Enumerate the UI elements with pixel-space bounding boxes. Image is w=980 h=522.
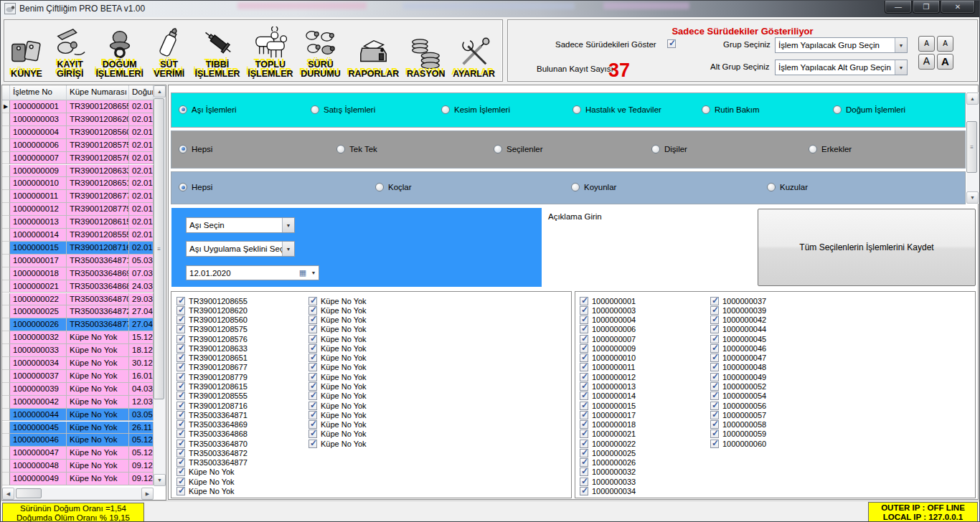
table-row[interactable]: 1000000042Küpe No Yok12.03.20 [2,396,154,409]
scroll-down-icon[interactable]: ▼ [966,191,979,204]
column-header-dogum[interactable]: Doğum T [129,85,154,100]
toolbar-button-sheep-record[interactable]: KAYIT GİRİŞİ [52,22,88,79]
table-row[interactable]: 1000000004TR3900120856002.01.20 [2,126,154,139]
tag-checkbox[interactable]: TR39001208779 [176,372,248,381]
table-row[interactable]: 1000000022TR3500336487029.03.20 [2,293,154,306]
table-row[interactable]: 1000000021TR3500336486824.03.20 [2,280,154,293]
scroll-down-icon[interactable]: ▼ [154,474,166,486]
table-row[interactable]: 1000000018TR3500336486907.03.20 [2,267,154,280]
tag-checkbox[interactable]: TR39001208677 [176,363,248,372]
table-row[interactable]: 1000000048Küpe No Yok09.12.20 [2,460,154,473]
table-scrollbar-thumb[interactable]: ≡ [154,98,164,399]
tag-checkbox[interactable]: TR39001208576 [176,334,248,343]
radio-operation-type[interactable]: Doğum İşlemleri [833,105,905,114]
tag-checkbox[interactable]: Küpe No Yok [308,381,367,391]
tag-checkbox[interactable]: Küpe No Yok [308,343,367,353]
tag-checkbox[interactable]: Küpe No Yok [308,305,367,315]
font-size-button-2[interactable]: A [937,36,953,52]
toolbar-button-herd[interactable]: SÜRÜ DURUMU [301,22,341,79]
tag-checkbox[interactable]: Küpe No Yok [308,296,367,305]
tag-checkbox[interactable]: Küpe No Yok [176,468,248,477]
tag-checkbox[interactable]: Küpe No Yok [308,430,367,439]
tag-checkbox[interactable]: Küpe No Yok [308,325,367,334]
table-row[interactable]: 1000000015TR3900120871602.01.20 [2,242,154,255]
table-row[interactable]: 1000000017TR3500336487105.03.20 [2,255,154,267]
table-row[interactable]: 1000000003TR3900120862002.01.20 [2,113,154,126]
radio-animal-class[interactable]: Koyunlar [571,183,616,191]
tag-checkbox[interactable]: Küpe No Yok [308,315,367,325]
tag-checkbox[interactable]: Küpe No Yok [308,439,367,448]
chevron-down-icon[interactable]: ▼ [282,242,294,256]
table-row[interactable]: 1000000044Küpe No Yok03.05.20 [2,409,154,422]
table-row[interactable]: 1000000025TR3500336487227.04.20 [2,305,154,318]
tag-checkbox[interactable]: TR39001208555 [176,392,248,401]
bands-scrollbar-thumb[interactable]: ≡ [966,121,977,173]
scroll-left-icon[interactable]: ◀ [2,488,14,500]
tag-checkbox[interactable]: TR35003364868 [176,430,248,439]
font-size-button-1[interactable]: A [918,36,935,52]
restore-button[interactable]: ❐ [913,1,940,14]
save-all-selected-button[interactable]: Tüm Seçilenlerin İşlemlerini Kaydet [758,209,976,286]
minimize-button[interactable]: — [885,1,912,14]
radio-animal-class[interactable]: Koçlar [375,183,412,191]
font-size-button-3[interactable]: A [918,54,935,70]
table-row[interactable]: 1000000006TR3900120857502.01.20 [2,139,154,152]
tag-checkbox[interactable]: TR39001208615 [176,381,248,391]
radio-operation-type[interactable]: Rutin Bakım [702,105,760,114]
tag-checkbox[interactable]: TR35003364871 [176,410,248,419]
bands-scrollbar[interactable]: ▲ ≡ ▼ [966,92,979,204]
close-button[interactable]: ✕ [941,1,975,14]
tag-checkbox[interactable]: TR39001208655 [176,296,248,305]
id-checkbox[interactable]: 1000000060 [710,439,766,448]
group-select-combo[interactable]: İşlem Yapılacak Grup Seçin ▼ [775,37,908,53]
chevron-down-icon[interactable]: ▼ [895,60,907,75]
chevron-down-icon[interactable]: ▼ [282,218,294,232]
table-row[interactable]: 1000000013TR3900120861502.01.20 [2,216,154,229]
table-vertical-scrollbar[interactable]: ▲ ≡ ▼ [154,85,166,486]
chevron-down-icon[interactable]: ▼ [895,38,907,52]
application-method-combo[interactable]: Aşı Uygulama Şeklini Seçin ▼ [186,241,295,257]
radio-operation-type[interactable]: Kesim İşlemleri [441,105,510,114]
table-row[interactable]: 1000000033Küpe No Yok18.12.20 [2,344,154,357]
tag-checkbox[interactable]: TR39001208633 [176,343,248,353]
radio-selection-mode[interactable]: Tek Tek [336,145,377,153]
radio-operation-type[interactable]: Satış İşlemleri [311,105,375,114]
toolbar-button-ear-tag[interactable]: KÜNYE [9,22,44,79]
table-row[interactable]: 1000000032Küpe No Yok15.12.20 [2,331,154,344]
table-row[interactable]: 1000000012TR3900120877902.01.20 [2,203,154,216]
table-row[interactable]: 1000000039Küpe No Yok04.03.20 [2,383,154,396]
toolbar-button-pacifier[interactable]: DOĞUM İŞLEMLERİ [95,22,143,79]
scroll-up-icon[interactable]: ▲ [966,92,979,105]
radio-selection-mode[interactable]: Erkekler [809,145,852,153]
radio-operation-type[interactable]: Aşı İşlemleri [179,105,237,114]
tag-checkbox[interactable]: TR35003364872 [176,448,248,457]
table-row[interactable]: 1000000007TR3900120857602.01.20 [2,152,154,165]
tag-checkbox[interactable]: TR35003364870 [176,439,248,448]
font-size-button-4[interactable]: A [937,54,953,70]
table-row[interactable]: 1000000045Küpe No Yok26.11.20 [2,422,154,435]
subgroup-select-combo[interactable]: İşlem Yapılacak Alt Grup Seçin ▼ [775,60,908,75]
table-row[interactable]: 1000000009TR3900120863302.01.20 [2,165,154,178]
column-header-kupe-numarasi[interactable]: Küpe Numarası [67,85,129,100]
toolbar-button-tools[interactable]: AYARLAR [453,22,495,79]
radio-selection-mode[interactable]: Hepsi [179,145,212,153]
radio-selection-mode[interactable]: Seçilenler [494,145,543,153]
radio-operation-type[interactable]: Hastalık ve Tedaviler [573,105,661,114]
tag-checkbox[interactable]: Küpe No Yok [308,410,367,419]
date-picker[interactable]: 12.01.2020 ▦ ▼ [186,265,319,280]
tag-checkbox[interactable]: Küpe No Yok [308,372,367,381]
tag-checkbox[interactable]: TR39001208560 [176,315,248,325]
toolbar-button-milk-bottle[interactable]: SÜT VERİMİ [151,22,187,79]
tag-checkbox[interactable]: TR39001208651 [176,353,248,363]
table-row[interactable]: 1000000049Küpe No Yok09.12.20 [2,473,154,485]
scroll-up-icon[interactable]: ▲ [154,85,166,98]
tag-checkbox[interactable]: Küpe No Yok [308,419,367,429]
table-hscrollbar-thumb[interactable] [16,488,42,498]
column-header-isletme-no[interactable]: İşletme No [10,85,67,100]
tag-checkbox[interactable]: TR35003364869 [176,419,248,429]
radio-animal-class[interactable]: Kuzular [767,183,808,191]
scroll-right-icon[interactable]: ▶ [141,488,154,500]
table-row[interactable]: 1000000037Küpe No Yok16.01.20 [2,370,154,383]
table-row[interactable]: 1000000046Küpe No Yok05.12.20 [2,434,154,447]
toolbar-button-feed-stack[interactable]: RASYON [407,22,445,79]
